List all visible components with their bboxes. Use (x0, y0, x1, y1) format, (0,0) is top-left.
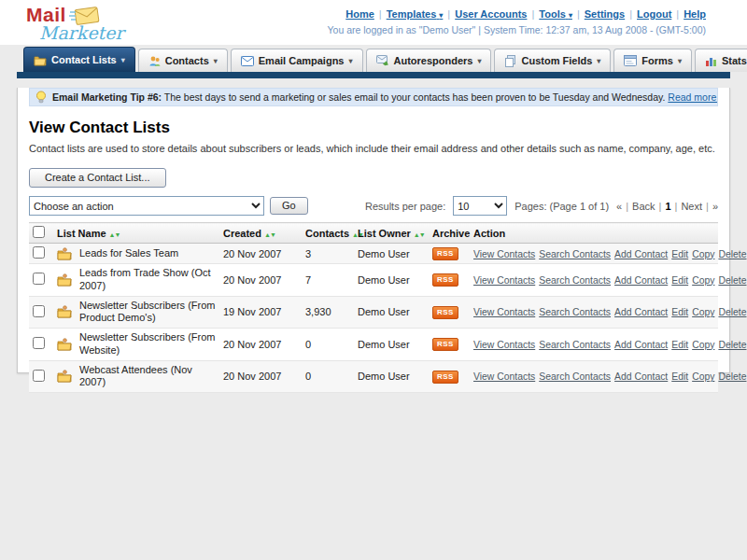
nav-link-settings[interactable]: Settings (585, 8, 625, 20)
view-contacts-link[interactable]: View Contacts (473, 249, 535, 259)
edit-link[interactable]: Edit (671, 275, 688, 286)
sort-down-icon[interactable]: ▼ (115, 231, 120, 238)
sort-icons[interactable]: ▲▼ (414, 228, 425, 239)
contacts-count: 3,930 (302, 296, 354, 329)
contacts-count: 0 (302, 329, 354, 361)
list-name-cell: Leads for Sales Team (53, 244, 219, 264)
list-name: Leads for Sales Team (79, 247, 178, 260)
rss-badge[interactable]: RSS (432, 306, 458, 319)
sort-down-icon[interactable]: ▼ (270, 231, 275, 238)
table-body: Leads for Sales Team20 Nov 20073Demo Use… (29, 244, 718, 393)
edit-link[interactable]: Edit (671, 307, 688, 317)
row-checkbox[interactable] (33, 273, 45, 285)
delete-link[interactable]: Delete (718, 307, 746, 317)
results-per-page-select[interactable]: 10 (453, 196, 507, 216)
tab-autoresponders[interactable]: Autoresponders▾ (366, 49, 492, 72)
edit-link[interactable]: Edit (671, 340, 688, 350)
rss-badge[interactable]: RSS (432, 273, 458, 287)
tab-contacts[interactable]: Contacts▾ (138, 49, 228, 72)
chevron-down-icon: ▾ (477, 57, 481, 65)
add-contact-link[interactable]: Add Contact (614, 371, 668, 382)
search-contacts-link[interactable]: Search Contacts (539, 371, 611, 382)
copy-link[interactable]: Copy (692, 340, 714, 350)
view-contacts-link[interactable]: View Contacts (473, 340, 535, 350)
search-contacts-link[interactable]: Search Contacts (539, 275, 611, 286)
pagination: «|Back|1|Next|» (616, 201, 718, 212)
go-button[interactable]: Go (270, 197, 308, 215)
view-contacts-link[interactable]: View Contacts (473, 275, 535, 286)
nav-separator: | (379, 8, 382, 20)
nav-link-help[interactable]: Help (684, 8, 706, 20)
edit-link[interactable]: Edit (671, 371, 688, 382)
table-row: Leads from Trade Show (Oct 2007)20 Nov 2… (29, 264, 718, 297)
list-folder-icon (57, 273, 72, 287)
nav-link-home[interactable]: Home (345, 8, 374, 20)
row-checkbox[interactable] (33, 246, 45, 259)
chevron-down-icon: ▾ (439, 11, 443, 20)
tab-contact-lists[interactable]: Contact Lists▾ (23, 47, 135, 72)
create-contact-list-button[interactable]: Create a Contact List... (29, 168, 166, 188)
pagination-separator: | (626, 201, 628, 212)
pagination-item-[interactable]: » (712, 201, 718, 212)
list-name: Webcast Attendees (Nov 2007) (79, 364, 216, 390)
edit-link[interactable]: Edit (671, 249, 688, 259)
choose-action-select[interactable]: Choose an action (29, 196, 264, 216)
read-more-link[interactable]: Read more... (668, 91, 718, 103)
list-name-cell: Newsletter Subscribers (From Website) (53, 329, 219, 361)
list-folder-icon (57, 338, 72, 351)
delete-link[interactable]: Delete (718, 340, 746, 350)
created-date: 20 Nov 2007 (219, 244, 302, 264)
view-contacts-link[interactable]: View Contacts (473, 371, 535, 382)
sort-icons[interactable]: ▲▼ (264, 228, 275, 239)
row-checkbox[interactable] (33, 337, 45, 349)
table-row: Webcast Attendees (Nov 2007)20 Nov 20070… (29, 360, 718, 393)
nav-link-user-accounts[interactable]: User Accounts (455, 8, 527, 20)
select-all-checkbox[interactable] (33, 226, 45, 238)
delete-link[interactable]: Delete (718, 275, 746, 286)
delete-link[interactable]: Delete (718, 249, 746, 259)
view-contacts-link[interactable]: View Contacts (473, 307, 535, 317)
nav-link-templates[interactable]: Templates ▾ (387, 8, 444, 20)
add-contact-link[interactable]: Add Contact (614, 249, 668, 259)
copy-link[interactable]: Copy (692, 249, 714, 259)
add-contact-link[interactable]: Add Contact (614, 340, 668, 350)
tab-custom-fields[interactable]: Custom Fields▾ (494, 49, 611, 72)
tab-forms[interactable]: Forms▾ (613, 49, 692, 72)
search-contacts-link[interactable]: Search Contacts (539, 307, 611, 317)
logo-text-marketer: Marketer (39, 24, 124, 42)
content-panel: Email Marketing Tip #6: The best days to… (17, 88, 730, 373)
sort-icons[interactable]: ▲▼ (109, 228, 120, 239)
pages-label: Pages: (Page 1 of 1) (514, 201, 609, 212)
search-contacts-link[interactable]: Search Contacts (539, 340, 611, 350)
nav-separator: | (676, 8, 679, 20)
nav-link-logout[interactable]: Logout (637, 8, 671, 20)
rss-badge[interactable]: RSS (432, 338, 458, 351)
copy-link[interactable]: Copy (692, 275, 714, 286)
row-checkbox[interactable] (33, 370, 45, 382)
tab-email-campaigns[interactable]: Email Campaigns▾ (231, 49, 363, 72)
nav-link-tools[interactable]: Tools ▾ (539, 8, 572, 20)
pagination-item-back[interactable]: Back (632, 201, 655, 212)
list-name: Newsletter Subscribers (From Website) (79, 331, 216, 357)
search-contacts-link[interactable]: Search Contacts (539, 249, 611, 259)
tab-stats[interactable]: Stats▾ (695, 49, 747, 72)
copy-link[interactable]: Copy (692, 307, 714, 317)
row-checkbox-cell (29, 329, 53, 361)
add-contact-link[interactable]: Add Contact (614, 307, 668, 317)
delete-link[interactable]: Delete (718, 371, 746, 382)
top-header: Mail Marketer Home|Templates ▾|User Acco… (0, 0, 747, 45)
pagination-item-1[interactable]: 1 (665, 201, 670, 212)
pagination-item-next[interactable]: Next (681, 201, 702, 212)
pagination-item-[interactable]: « (616, 201, 622, 212)
chevron-down-icon: ▾ (569, 11, 572, 20)
rss-badge[interactable]: RSS (432, 247, 458, 260)
sort-down-icon[interactable]: ▼ (419, 231, 425, 238)
copy-link[interactable]: Copy (692, 371, 714, 382)
nav-accent-bar (17, 72, 730, 78)
rss-badge[interactable]: RSS (432, 371, 458, 384)
row-checkbox[interactable] (33, 305, 45, 317)
list-owner: Demo User (354, 296, 429, 329)
add-contact-link[interactable]: Add Contact (614, 275, 668, 286)
logo-text-mail: Mail (26, 5, 66, 24)
contact-lists-table: List Name▲▼Created▲▼Contacts▲▼List Owner… (29, 222, 718, 393)
